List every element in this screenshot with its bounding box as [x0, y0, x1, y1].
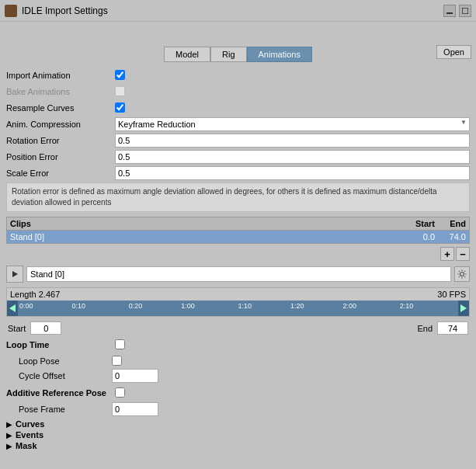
rotation-error-input[interactable]: [115, 134, 470, 148]
ruler-mark-7: 2:10: [400, 302, 414, 310]
tab-animations[interactable]: Animations: [247, 47, 312, 62]
settings-button[interactable]: [454, 266, 470, 282]
mask-label: Mask: [16, 441, 37, 450]
additive-label: Additive Reference Pose: [6, 388, 115, 398]
cycle-offset-input[interactable]: [112, 369, 158, 383]
start-input[interactable]: [30, 321, 61, 335]
pose-frame-label: Pose Frame: [19, 405, 112, 414]
import-animation-row: Import Animation: [6, 68, 470, 82]
timeline-area: Length 2.467 30 FPS 0:00 0:10 0:20 1:00 …: [6, 287, 470, 317]
clip-name-cell: Stand [0]: [7, 231, 399, 243]
rotation-error-value: [115, 134, 470, 148]
remove-clip-button[interactable]: −: [456, 247, 470, 261]
bake-animations-label: Bake Animations: [6, 87, 115, 96]
svg-marker-4: [9, 304, 16, 312]
curves-row[interactable]: ▶ Curves: [6, 419, 470, 429]
resample-curves-value: [115, 102, 470, 114]
import-animation-checkbox[interactable]: [115, 70, 125, 80]
ruler-end-indicator: [458, 301, 469, 316]
bake-animations-value: [115, 86, 470, 98]
import-animation-label: Import Animation: [6, 71, 115, 80]
pose-frame-input[interactable]: [112, 402, 158, 416]
additive-checkbox[interactable]: [115, 387, 125, 398]
rotation-error-row: Rotation Error: [6, 134, 470, 148]
length-value: 2.467: [39, 290, 61, 299]
svg-rect-0: [446, 12, 453, 14]
loop-time-checkbox[interactable]: [115, 339, 125, 349]
pose-frame-row: Pose Frame: [6, 402, 470, 416]
anim-compression-row: Anim. Compression Off Keyframe Reduction…: [6, 117, 470, 131]
curves-arrow: ▶: [6, 420, 12, 429]
tabs-bar: Model Rig Animations: [0, 42, 476, 64]
events-label: Events: [16, 430, 43, 439]
clip-name-row: [6, 266, 470, 283]
title-bar-buttons: [443, 5, 471, 17]
scale-error-row: Scale Error: [6, 166, 470, 180]
hint-box: Rotation error is defined as maximum ang…: [6, 182, 470, 212]
loop-pose-label: Loop Pose: [19, 356, 112, 366]
minimize-button[interactable]: [443, 5, 456, 17]
play-button[interactable]: [6, 266, 23, 283]
anim-compression-select[interactable]: Off Keyframe Reduction Optimal: [115, 117, 470, 131]
svg-marker-5: [460, 304, 467, 312]
svg-point-3: [460, 273, 464, 276]
svg-marker-2: [12, 271, 18, 277]
position-error-label: Position Error: [6, 152, 115, 162]
loop-pose-checkbox[interactable]: [112, 356, 122, 366]
ruler-mark-2: 0:20: [129, 302, 143, 310]
anim-compression-select-wrapper: Off Keyframe Reduction Optimal: [115, 117, 470, 131]
clips-header-end: End: [438, 217, 469, 230]
bake-animations-row: Bake Animations: [6, 85, 470, 99]
add-clip-button[interactable]: +: [440, 247, 454, 261]
mask-row[interactable]: ▶ Mask: [6, 441, 470, 450]
events-row[interactable]: ▶ Events: [6, 430, 470, 439]
rotation-error-label: Rotation Error: [6, 136, 115, 145]
clips-header: Clips Start End: [6, 217, 470, 230]
position-error-value: [115, 150, 470, 164]
ruler-mark-5: 1:20: [290, 302, 304, 310]
position-error-input[interactable]: [115, 150, 470, 164]
curves-label: Curves: [16, 419, 44, 429]
scale-error-value: [115, 166, 470, 180]
end-input[interactable]: [437, 321, 468, 335]
loop-time-checkbox-wrapper: [115, 339, 470, 351]
position-error-row: Position Error: [6, 150, 470, 164]
svg-rect-1: [462, 8, 468, 14]
ruler-mark-3: 1:00: [181, 302, 195, 310]
timeline-ruler[interactable]: 0:00 0:10 0:20 1:00 1:10 1:20 2:00 2:10: [7, 301, 469, 316]
clip-start-cell: 0.0: [399, 231, 438, 243]
window-title: IDLE Import Settings: [22, 5, 443, 16]
start-section: Start: [8, 321, 61, 335]
clips-section: Clips Start End Stand [0] 0.0 74.0: [6, 217, 470, 244]
ruler-start-indicator: [7, 301, 18, 316]
bake-animations-checkbox[interactable]: [115, 86, 125, 96]
cycle-offset-label: Cycle Offset: [19, 371, 112, 380]
ruler-mark-6: 2:00: [343, 302, 357, 310]
clip-end-cell: 74.0: [438, 231, 469, 243]
start-end-row: Start End: [6, 321, 470, 335]
table-row[interactable]: Stand [0] 0.0 74.0: [6, 230, 470, 244]
scale-error-label: Scale Error: [6, 168, 115, 178]
end-label: End: [417, 324, 433, 333]
clip-name-input[interactable]: [26, 266, 451, 282]
anim-compression-label: Anim. Compression: [6, 120, 115, 129]
tabs: Model Rig Animations: [164, 47, 312, 62]
tab-rig[interactable]: Rig: [210, 47, 247, 62]
ruler-mark-1: 0:10: [72, 302, 86, 310]
fps-label: 30 FPS: [437, 290, 466, 299]
loop-section: Loop Time Loop Pose Cycle Offset: [6, 338, 470, 383]
clips-header-start: Start: [399, 217, 438, 230]
clips-header-name: Clips: [7, 217, 399, 230]
loop-time-label: Loop Time: [6, 340, 115, 349]
tab-model[interactable]: Model: [164, 47, 210, 62]
loop-pose-row: Loop Pose: [6, 354, 470, 367]
main-content: Import Animation Bake Animations Resampl…: [0, 64, 476, 457]
resample-curves-checkbox[interactable]: [115, 102, 125, 113]
scale-error-input[interactable]: [115, 166, 470, 180]
maximize-button[interactable]: [459, 5, 471, 17]
additive-row: Additive Reference Pose: [6, 386, 470, 400]
timeline-info: Length 2.467 30 FPS: [7, 288, 469, 301]
app-icon: [5, 5, 17, 17]
start-label: Start: [8, 324, 26, 333]
clips-controls: + −: [6, 247, 470, 261]
